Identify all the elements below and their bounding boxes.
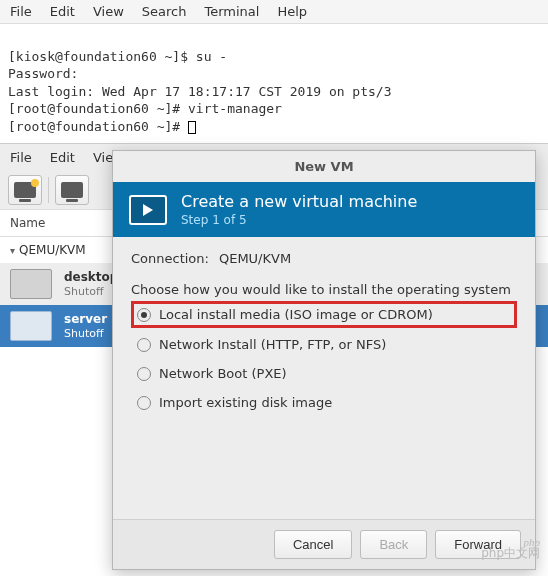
star-icon bbox=[31, 179, 39, 187]
monitor-icon bbox=[61, 182, 83, 198]
cancel-button[interactable]: Cancel bbox=[274, 530, 352, 559]
choose-label: Choose how you would like to install the… bbox=[131, 282, 517, 297]
col-name-label: Name bbox=[10, 216, 45, 230]
dialog-title: New VM bbox=[113, 151, 535, 182]
term-line-1: [kiosk@foundation60 ~]$ su - bbox=[8, 49, 227, 64]
radio-network-boot[interactable]: Network Boot (PXE) bbox=[131, 361, 517, 386]
term-line-5: [root@foundation60 ~]# bbox=[8, 119, 188, 134]
radio-local-media[interactable]: Local install media (ISO image or CDROM) bbox=[131, 301, 517, 328]
vm-name: server bbox=[64, 312, 107, 326]
vm-status: Shutoff bbox=[64, 285, 118, 298]
radio-network-install[interactable]: Network Install (HTTP, FTP, or NFS) bbox=[131, 332, 517, 357]
chevron-down-icon: ▾ bbox=[10, 245, 15, 256]
radio-label: Network Boot (PXE) bbox=[159, 366, 287, 381]
dialog-footer: Cancel Back Forward bbox=[113, 519, 535, 569]
new-vm-dialog: New VM Create a new virtual machine Step… bbox=[112, 150, 536, 570]
vm-thumbnail-icon bbox=[10, 269, 52, 299]
vm-create-icon bbox=[129, 195, 167, 225]
back-button[interactable]: Back bbox=[360, 530, 427, 559]
connection-label: Connection: bbox=[131, 251, 209, 266]
terminal-menu-view[interactable]: View bbox=[93, 4, 124, 19]
terminal-menu-search[interactable]: Search bbox=[142, 4, 187, 19]
toolbar-separator bbox=[48, 177, 49, 203]
terminal-output: [kiosk@foundation60 ~]$ su - Password: L… bbox=[0, 24, 548, 141]
radio-icon bbox=[137, 396, 151, 410]
terminal-menu-terminal[interactable]: Terminal bbox=[204, 4, 259, 19]
vm-name: desktop bbox=[64, 270, 118, 284]
terminal-menubar: File Edit View Search Terminal Help bbox=[0, 0, 548, 24]
radio-label: Local install media (ISO image or CDROM) bbox=[159, 307, 433, 322]
monitor-icon bbox=[14, 182, 36, 198]
dialog-header: Create a new virtual machine Step 1 of 5 bbox=[113, 182, 535, 237]
radio-import-disk[interactable]: Import existing disk image bbox=[131, 390, 517, 415]
terminal-menu-file[interactable]: File bbox=[10, 4, 32, 19]
connection-label: QEMU/KVM bbox=[19, 243, 86, 257]
vmm-menu-file[interactable]: File bbox=[10, 150, 32, 165]
vmm-menu-edit[interactable]: Edit bbox=[50, 150, 75, 165]
radio-icon bbox=[137, 338, 151, 352]
dialog-step-label: Step 1 of 5 bbox=[181, 213, 417, 227]
play-icon bbox=[143, 204, 153, 216]
open-vm-button[interactable] bbox=[55, 175, 89, 205]
terminal-menu-edit[interactable]: Edit bbox=[50, 4, 75, 19]
term-line-3: Last login: Wed Apr 17 18:17:17 CST 2019… bbox=[8, 84, 392, 99]
vmm-menu-view[interactable]: Vie bbox=[93, 150, 113, 165]
terminal-cursor bbox=[188, 121, 196, 134]
terminal-menu-help[interactable]: Help bbox=[277, 4, 307, 19]
connection-row: Connection: QEMU/KVM bbox=[131, 251, 517, 266]
term-line-4: [root@foundation60 ~]# virt-manager bbox=[8, 101, 282, 116]
dialog-header-title: Create a new virtual machine bbox=[181, 192, 417, 211]
watermark-site: php中文网 bbox=[481, 545, 540, 562]
term-line-2: Password: bbox=[8, 66, 78, 81]
dialog-body: Connection: QEMU/KVM Choose how you woul… bbox=[113, 237, 535, 519]
connection-value: QEMU/KVM bbox=[219, 251, 291, 266]
radio-icon bbox=[137, 308, 151, 322]
radio-label: Import existing disk image bbox=[159, 395, 332, 410]
radio-icon bbox=[137, 367, 151, 381]
vm-thumbnail-icon bbox=[10, 311, 52, 341]
radio-label: Network Install (HTTP, FTP, or NFS) bbox=[159, 337, 386, 352]
vm-status: Shutoff bbox=[64, 327, 107, 340]
new-vm-button[interactable] bbox=[8, 175, 42, 205]
